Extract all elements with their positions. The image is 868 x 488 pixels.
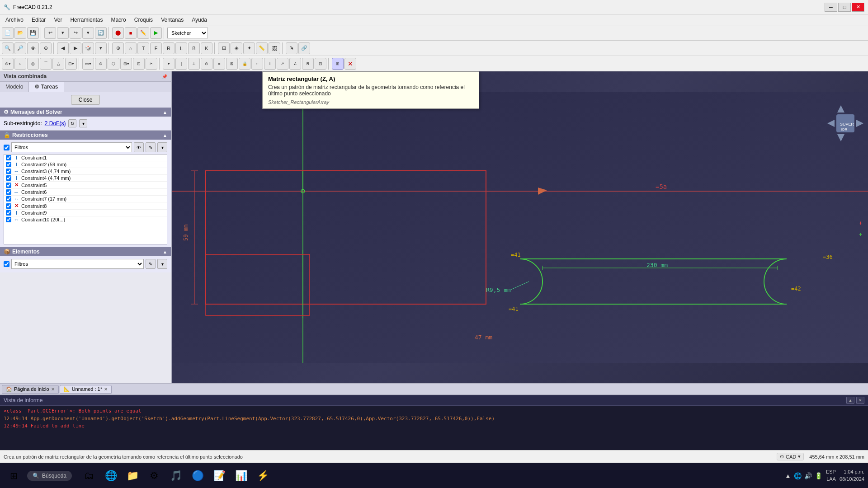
sketcher-constrain-btn9[interactable]: I [264, 58, 276, 70]
view-dropdown-button[interactable]: 👁 [27, 42, 39, 54]
c5-checkbox[interactable] [6, 183, 11, 188]
redo-button[interactable]: ↪ [70, 27, 81, 39]
tab-inicio-close[interactable]: ✕ [51, 387, 55, 392]
menu-ventanas[interactable]: Ventanas [157, 16, 187, 24]
filter-checkbox[interactable] [4, 145, 9, 150]
sketcher-constrain-btn1[interactable]: ▾ [163, 58, 175, 70]
viewport[interactable]: Matriz rectangular (Z, A) Crea un patrón… [172, 71, 868, 383]
sketcher-geo-btn2[interactable]: ⊘ [95, 58, 107, 70]
menu-croquis[interactable]: Croquis [131, 16, 156, 24]
start-button[interactable]: ⊞ [4, 466, 24, 486]
tab-modelo[interactable]: Modelo [0, 82, 29, 92]
sketcher-geo-btn3[interactable]: ⬡ [108, 58, 119, 70]
save-file-button[interactable]: 💾 [27, 27, 39, 39]
zoom-in-button[interactable]: ⊕ [112, 42, 124, 54]
sketcher-constrain-btn5[interactable]: = [213, 58, 225, 70]
refresh-button[interactable]: 🔄 [95, 27, 107, 39]
tray-battery-icon[interactable]: 🔋 [815, 472, 822, 479]
view-home-button[interactable]: ⌂ [125, 42, 137, 54]
taskbar-app-browser[interactable]: 🌐 [101, 466, 121, 486]
sketcher-constrain-btn10[interactable]: ↗ [277, 58, 288, 70]
taskbar-app-freecad[interactable]: ⚡ [253, 466, 273, 486]
restrictions-section-header[interactable]: 🔒 Restricciones ▲ [0, 131, 171, 140]
sketcher-tools-btn6[interactable]: ⊡▾ [65, 58, 77, 70]
nav-3d-button[interactable]: 🎲 [82, 42, 94, 54]
view-right-button[interactable]: R [163, 42, 175, 54]
undo-dropdown-button[interactable]: ▾ [57, 27, 69, 39]
taskbar-app-word[interactable]: 📝 [209, 466, 229, 486]
c4-checkbox[interactable] [6, 175, 11, 181]
view-back-button[interactable]: K [201, 42, 212, 54]
play-button[interactable]: ▶ [150, 27, 162, 39]
filter-edit-btn[interactable]: ✎ [146, 142, 156, 152]
sketcher-geo-btn5[interactable]: ⊡ [133, 58, 145, 70]
elementos-filter-checkbox[interactable] [4, 261, 9, 267]
view-top-button[interactable]: T [137, 42, 149, 54]
snap-button[interactable]: ✦ [243, 42, 255, 54]
sketcher-close-btn[interactable]: ✕ [344, 58, 356, 70]
c2-checkbox[interactable] [6, 162, 11, 167]
persp-button[interactable]: ◈ [231, 42, 242, 54]
sketcher-constrain-btn8[interactable]: ↔ [251, 58, 263, 70]
new-file-button[interactable]: 📄 [2, 27, 14, 39]
close-panel-button[interactable]: Close [71, 95, 100, 105]
tab-unnamed[interactable]: 📐 Unnamed : 1* ✕ [60, 385, 112, 394]
taskbar-app-explorer[interactable]: 📁 [123, 466, 142, 486]
sketcher-geo-btn4[interactable]: ⊞▾ [120, 58, 132, 70]
c1-checkbox[interactable] [6, 155, 11, 160]
stop-button[interactable]: ⬤ [112, 27, 124, 39]
tray-datetime[interactable]: 1:04 p.m. 08/10/2024 [840, 469, 864, 483]
report-view[interactable]: <class 'Part.OCCError'>: Both points are… [0, 405, 868, 450]
tray-time[interactable]: ESP LAA [826, 469, 836, 483]
view-bot-button[interactable]: B [188, 42, 200, 54]
sketcher-constrain-btn2[interactable]: ‖ [175, 58, 187, 70]
nav-3d-dd-button[interactable]: ▾ [95, 42, 107, 54]
undo-button[interactable]: ↩ [44, 27, 56, 39]
sync-view-button[interactable]: 🔗 [298, 42, 310, 54]
pencil-button[interactable]: ✏️ [137, 27, 149, 39]
tray-volume-icon[interactable]: 🔊 [804, 472, 812, 479]
close-button[interactable]: ✕ [852, 3, 864, 12]
ortho-button[interactable]: ⊞ [218, 42, 230, 54]
tab-unnamed-close[interactable]: ✕ [104, 387, 108, 392]
measure-button[interactable]: 📏 [256, 42, 268, 54]
tray-up-icon[interactable]: ▲ [785, 472, 791, 479]
render-button[interactable]: 🖼 [269, 42, 280, 54]
c9-checkbox[interactable] [6, 210, 11, 216]
view-front-button[interactable]: F [150, 42, 162, 54]
c6-checkbox[interactable] [6, 189, 11, 195]
zoom-fit-button[interactable]: 🔍 [2, 42, 14, 54]
taskbar-app-settings[interactable]: ⚙ [144, 466, 164, 486]
filter-select[interactable]: Filtros [11, 142, 132, 152]
sketcher-tools-btn3[interactable]: ◎ [27, 58, 39, 70]
zoom-box-button[interactable]: 🔎 [14, 42, 26, 54]
elementos-section-header[interactable]: 📦 Elementos ▲ [0, 247, 171, 256]
elementos-edit-btn[interactable]: ✎ [146, 259, 156, 269]
dof-link[interactable]: 2 DoF(s) [45, 120, 66, 127]
sketcher-geo-btn1[interactable]: ▭▾ [82, 58, 94, 70]
nav-mode-button[interactable]: 🖱 [286, 42, 297, 54]
redo-dropdown-button[interactable]: ▾ [82, 27, 94, 39]
report-close-btn[interactable]: ✕ [856, 397, 864, 404]
sketcher-constrain-btn12[interactable]: R [302, 58, 314, 70]
elementos-filter-select[interactable]: Filtros [11, 259, 144, 269]
minimize-button[interactable]: ─ [825, 3, 837, 12]
sketcher-constrain-btn11[interactable]: ∠ [289, 58, 301, 70]
open-file-button[interactable]: 📂 [14, 27, 26, 39]
menu-ver[interactable]: Ver [50, 16, 66, 24]
report-expand-btn[interactable]: ▲ [846, 397, 854, 404]
search-bar[interactable]: 🔍 Búsqueda [27, 471, 72, 481]
sketcher-tools-btn4[interactable]: ⌒ [40, 58, 52, 70]
solver-section-header[interactable]: ⚙ Mensajes del Solver ▲ [0, 108, 171, 117]
sketcher-tools-btn1[interactable]: ⊙▾ [2, 58, 14, 70]
refresh-icon-btn[interactable]: ↻ [68, 119, 76, 127]
menu-ayuda[interactable]: Ayuda [188, 16, 211, 24]
stop-anim-button[interactable]: ■ [125, 27, 137, 39]
sketcher-constrain-btn7[interactable]: 🔒 [239, 58, 250, 70]
sketcher-tools-btn5[interactable]: △ [52, 58, 64, 70]
sketcher-array-btn[interactable]: ⊞ [332, 58, 344, 70]
menu-editar[interactable]: Editar [28, 16, 49, 24]
nav-back-button[interactable]: ◀ [57, 42, 69, 54]
taskbar-app-vscode[interactable]: 🔵 [188, 466, 208, 486]
sketcher-constrain-btn4[interactable]: ⊙ [201, 58, 212, 70]
